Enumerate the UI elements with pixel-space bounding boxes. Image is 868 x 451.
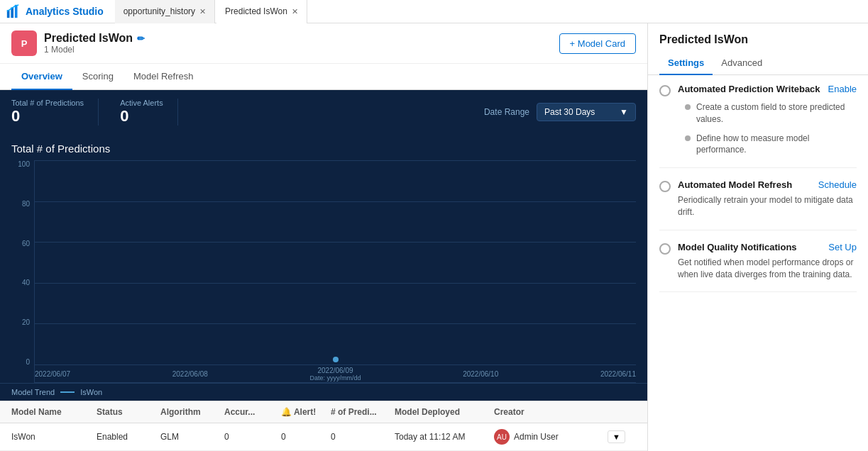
tab-overview[interactable]: Overview — [11, 64, 72, 90]
dropdown-arrow-icon: ▼ — [620, 107, 628, 117]
cell-status: Enabled — [97, 432, 160, 442]
cell-algorithm: GLM — [160, 432, 224, 442]
chart-title: Total # of Predictions — [11, 143, 636, 155]
settings-item-quality-notifications: Model Quality Notifications Set Up Get n… — [659, 242, 857, 293]
x-label-4: 2022/06/11 — [600, 370, 636, 378]
active-alerts-value: 0 — [120, 107, 163, 126]
y-label-80: 80 — [11, 200, 30, 208]
writeback-sub-item-2: Define how to measure model performance. — [685, 133, 857, 157]
stat-active-alerts: Active Alerts 0 — [120, 99, 178, 126]
tab-scoring[interactable]: Scoring — [72, 64, 123, 90]
model-header: P Predicted IsWon ✏ 1 Model + Model Card — [0, 23, 647, 64]
grid-line-60 — [35, 242, 636, 243]
chart-legend: Model Trend IsWon — [0, 383, 647, 401]
date-range-label: Date Range — [484, 107, 529, 117]
writeback-content: Automated Prediction Writeback Enable Cr… — [678, 84, 857, 156]
col-header-deployed: Model Deployed — [395, 407, 494, 417]
writeback-title-row: Automated Prediction Writeback Enable — [678, 84, 857, 94]
right-tab-settings[interactable]: Settings — [659, 52, 713, 75]
col-header-alerts: 🔔 Alert! — [281, 407, 331, 417]
quality-notifications-setup-link[interactable]: Set Up — [828, 242, 857, 252]
date-range-value: Past 30 Days — [544, 107, 595, 117]
settings-item-writeback: Automated Prediction Writeback Enable Cr… — [659, 84, 857, 168]
y-label-60: 60 — [11, 240, 30, 247]
model-title-group: Predicted IsWon ✏ 1 Model — [44, 32, 145, 55]
row-dropdown-button[interactable]: ▼ — [608, 430, 625, 443]
model-refresh-title: Automated Model Refresh — [678, 179, 792, 190]
model-refresh-title-row: Automated Model Refresh Schedule — [678, 179, 857, 190]
quality-notifications-radio[interactable] — [659, 243, 671, 255]
y-label-20: 20 — [11, 318, 30, 326]
date-format-label: Date: yyyy/mm/dd — [309, 374, 361, 382]
cell-action[interactable]: ▼ — [608, 430, 636, 443]
cell-accuracy: 0 — [224, 432, 281, 442]
stat-total-predictions: Total # of Predictions 0 — [11, 99, 99, 126]
x-label-2: 2022/06/09 Date: yyyy/mm/dd — [309, 367, 361, 382]
browser-tab-opportunity-close[interactable]: ✕ — [199, 8, 206, 16]
creator-name: Admin User — [514, 432, 559, 442]
cell-model-name: IsWon — [11, 432, 97, 442]
table-row: IsWon Enabled GLM 0 0 0 Today at 11:12 A… — [0, 423, 647, 451]
app-logo: Analytics Studio — [6, 4, 104, 19]
model-icon-svg: P — [16, 35, 32, 51]
date-range-select[interactable]: Past 30 Days ▼ — [537, 103, 636, 121]
creator-avatar: AU — [494, 429, 510, 445]
date-range-group: Date Range Past 30 Days ▼ — [484, 103, 636, 121]
model-refresh-schedule-link[interactable]: Schedule — [818, 179, 857, 190]
total-predictions-value: 0 — [11, 107, 84, 126]
cell-creator: AU Admin User — [494, 429, 608, 445]
writeback-radio[interactable] — [659, 85, 671, 96]
settings-item-quality-header: Model Quality Notifications Set Up Get n… — [659, 242, 857, 281]
model-table: Model Name Status Algorithm Accur... 🔔 A… — [0, 401, 647, 451]
grid-line-80 — [35, 201, 636, 202]
y-label-40: 40 — [11, 279, 30, 286]
chart-area: Total # of Predictions 0 20 40 60 80 100 — [0, 134, 647, 383]
main-container: P Predicted IsWon ✏ 1 Model + Model Card… — [0, 23, 868, 451]
model-icon: P — [11, 30, 37, 56]
col-header-accuracy: Accur... — [224, 407, 281, 417]
model-card-button[interactable]: + Model Card — [559, 33, 636, 54]
settings-item-model-refresh-header: Automated Model Refresh Schedule Periodi… — [659, 179, 857, 218]
svg-rect-2 — [15, 5, 18, 18]
right-tab-advanced[interactable]: Advanced — [713, 52, 771, 75]
quality-notifications-title: Model Quality Notifications — [678, 242, 797, 252]
chart-canvas: 0 20 40 60 80 100 — [11, 160, 636, 383]
writeback-enable-link[interactable]: Enable — [828, 84, 857, 94]
settings-item-model-refresh: Automated Model Refresh Schedule Periodi… — [659, 179, 857, 230]
x-label-0: 2022/06/07 — [35, 370, 70, 378]
top-bar: Analytics Studio opportunity_history ✕ P… — [0, 0, 868, 23]
sub-dot-1 — [685, 104, 691, 110]
legend-iswon-label: IsWon — [80, 388, 102, 396]
col-header-creator: Creator — [494, 407, 608, 417]
browser-tabs-bar: opportunity_history ✕ Predicted IsWon ✕ — [115, 0, 307, 23]
grid-line-40 — [35, 283, 636, 284]
cell-deployed: Today at 11:12 AM — [395, 432, 494, 442]
col-header-status: Status — [97, 407, 160, 417]
y-label-0: 0 — [11, 358, 30, 366]
browser-tab-opportunity-label: opportunity_history — [123, 6, 195, 16]
browser-tab-predicted-close[interactable]: ✕ — [292, 8, 298, 16]
model-subtitle: 1 Model — [44, 45, 145, 55]
chart-grid-lines — [35, 160, 636, 365]
browser-tab-opportunity[interactable]: opportunity_history ✕ — [115, 0, 215, 23]
stats-row: Total # of Predictions 0 Active Alerts 0… — [0, 90, 647, 134]
active-alerts-label: Active Alerts — [120, 99, 163, 107]
cell-alerts: 0 — [281, 432, 331, 442]
col-header-algorithm: Algorithm — [160, 407, 224, 417]
writeback-sub-text-1: Create a custom field to store predicted… — [696, 101, 857, 126]
total-predictions-label: Total # of Predictions — [11, 99, 84, 107]
writeback-sub-text-2: Define how to measure model performance. — [696, 133, 857, 157]
nav-tabs: Overview Scoring Model Refresh — [0, 64, 647, 90]
legend-line-icon — [60, 391, 75, 393]
edit-title-icon[interactable]: ✏ — [137, 33, 145, 44]
browser-tab-predicted[interactable]: Predicted IsWon ✕ — [216, 0, 307, 23]
model-title: Predicted IsWon ✏ — [44, 32, 145, 45]
app-title: Analytics Studio — [26, 6, 104, 17]
app-logo-icon — [6, 4, 21, 19]
chart-dot-indicator — [333, 357, 339, 362]
tab-model-refresh[interactable]: Model Refresh — [123, 64, 204, 90]
x-label-1: 2022/06/08 — [172, 370, 208, 378]
grid-line-20 — [35, 323, 636, 324]
svg-text:P: P — [21, 38, 28, 49]
model-refresh-radio[interactable] — [659, 181, 671, 192]
